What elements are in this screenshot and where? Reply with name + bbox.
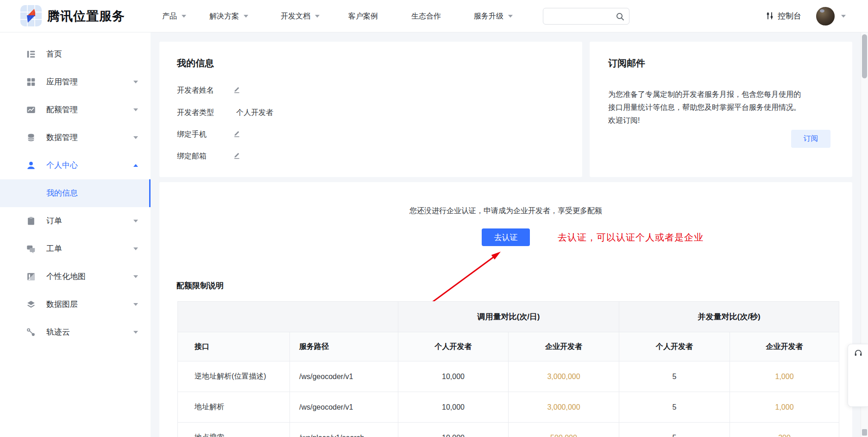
col-header-enterprise-dev: 企业开发者 <box>730 332 839 361</box>
sidebar-item-app-management[interactable]: 应用管理 <box>0 68 151 96</box>
route-icon <box>26 327 36 337</box>
user-avatar[interactable] <box>816 7 835 25</box>
personal-concurrency-cell: 5 <box>619 423 730 437</box>
col-header-personal-dev: 个人开发者 <box>398 332 509 361</box>
my-info-title: 我的信息 <box>177 57 214 70</box>
layers-icon <box>26 299 36 310</box>
certification-quota-card: 您还没进行企业认证，申请成为企业开发者，享受更多配额 去认证 去认证，可以认证个… <box>159 182 852 437</box>
clipboard-icon <box>26 216 36 226</box>
table-group-header-row: 调用量对比(次/日) 并发量对比(次/秒) <box>178 302 839 332</box>
api-name-cell: 地点搜索 <box>178 423 290 437</box>
col-header-path: 服务路径 <box>290 332 398 361</box>
enterprise-concurrency-cell: 1,000 <box>730 361 839 392</box>
subscribe-button[interactable]: 订阅 <box>791 130 830 148</box>
home-list-icon <box>26 49 36 59</box>
chevron-down-icon <box>133 331 138 334</box>
personal-concurrency-cell: 5 <box>619 392 730 423</box>
empty-group-cell <box>178 302 398 332</box>
headset-icon <box>854 348 863 358</box>
chevron-down-icon <box>133 247 138 250</box>
sidebar-item-custom-map[interactable]: 个性化地图 <box>0 263 151 291</box>
chevron-down-icon <box>133 220 138 222</box>
sidebar-item-tickets[interactable]: 工单 <box>0 235 151 263</box>
service-path-cell: /ws/geocoder/v1 <box>290 392 398 423</box>
subscribe-card: 订阅邮件 为您准备了专属定制的开发者服务月报，包含您每月使用的 接口用量统计等信… <box>590 42 852 177</box>
chat-bubbles-icon <box>26 244 36 254</box>
console-link[interactable]: 控制台 <box>765 0 801 32</box>
sidebar-item-orders[interactable]: 订单 <box>0 207 151 235</box>
search-icon[interactable] <box>616 12 625 21</box>
chevron-down-icon <box>315 15 320 18</box>
bound-phone-label: 绑定手机 <box>177 130 207 139</box>
brand-title: 腾讯位置服务 <box>47 0 125 32</box>
sidebar-item-home[interactable]: 首页 <box>0 40 151 68</box>
nav-docs[interactable]: 开发文档 <box>281 0 310 32</box>
chevron-down-icon[interactable] <box>841 15 846 18</box>
personal-quota-cell: 10,000 <box>398 392 509 423</box>
nav-products[interactable]: 产品 <box>162 0 177 32</box>
enterprise-quota-cell: 3,000,000 <box>509 392 619 423</box>
certification-notice: 您还没进行企业认证，申请成为企业开发者，享受更多配额 <box>159 206 852 216</box>
quota-table: 调用量对比(次/日) 并发量对比(次/秒) 接口 服务路径 个人开发者 企业开发… <box>177 301 839 437</box>
sidebar-item-data-management[interactable]: 数据管理 <box>0 124 151 152</box>
enterprise-quota-cell: 500,000 <box>509 423 619 437</box>
grid-icon <box>26 77 36 87</box>
edit-pencil-icon[interactable] <box>233 151 241 159</box>
service-path-cell: /ws/place/v1/search <box>290 423 398 437</box>
brand-logo-icon <box>20 5 42 26</box>
top-navigation-bar: 腾讯位置服务 产品 解决方案 开发文档 客户案例 生态合作 服务升级 控制台 <box>0 0 868 32</box>
sliders-icon <box>765 11 774 20</box>
personal-quota-cell: 10,000 <box>398 423 509 437</box>
table-row: 地点搜索 /ws/place/v1/search 10,000 500,000 … <box>178 423 839 437</box>
scrollbar-down-button[interactable] <box>862 429 867 436</box>
developer-type-label: 开发者类型 <box>177 108 214 118</box>
bound-email-label: 绑定邮箱 <box>177 152 207 161</box>
chevron-down-icon <box>133 275 138 278</box>
chevron-down-icon <box>133 303 138 306</box>
chevron-down-icon <box>133 81 138 83</box>
chart-image-icon <box>26 105 36 115</box>
chevron-up-icon <box>133 164 138 167</box>
enterprise-concurrency-cell: 200 <box>730 423 839 437</box>
calls-group-header: 调用量对比(次/日) <box>398 302 619 332</box>
col-header-api: 接口 <box>178 332 290 361</box>
nav-customer-cases[interactable]: 客户案例 <box>348 0 378 32</box>
subscribe-title: 订阅邮件 <box>608 57 645 70</box>
api-name-cell: 地址解析 <box>178 392 290 423</box>
sidebar-subitem-my-info[interactable]: 我的信息 <box>0 179 151 207</box>
enterprise-concurrency-cell: 1,000 <box>730 392 839 423</box>
nav-service-upgrade[interactable]: 服务升级 <box>474 0 503 32</box>
nav-ecosystem[interactable]: 生态合作 <box>411 0 441 32</box>
edit-pencil-icon[interactable] <box>233 129 241 138</box>
chevron-down-icon <box>508 15 513 18</box>
personal-concurrency-cell: 5 <box>619 361 730 392</box>
subscribe-text-line1: 为您准备了专属定制的开发者服务月报，包含您每月使用的 <box>608 88 835 101</box>
scrollbar-thumb[interactable] <box>862 34 867 78</box>
database-icon <box>26 133 36 143</box>
main-content: 我的信息 开发者姓名 开发者类型 个人开发者 绑定手机 绑定邮箱 订阅邮件 为您… <box>151 32 868 437</box>
edit-pencil-icon[interactable] <box>233 85 241 94</box>
chevron-down-icon <box>133 136 138 139</box>
go-certify-button[interactable]: 去认证 <box>482 228 530 246</box>
developer-name-label: 开发者姓名 <box>177 86 214 95</box>
col-header-personal-dev: 个人开发者 <box>619 332 730 361</box>
table-header-row: 接口 服务路径 个人开发者 企业开发者 个人开发者 企业开发者 <box>178 332 839 361</box>
sidebar-item-track-cloud[interactable]: 轨迹云 <box>0 318 151 346</box>
chevron-down-icon <box>133 108 138 111</box>
search-input[interactable] <box>548 9 615 24</box>
subscribe-text-line2: 接口用量统计等信息，帮助您及时掌握平台服务使用情况。 <box>608 101 835 114</box>
developer-type-value: 个人开发者 <box>236 108 273 118</box>
enterprise-quota-cell: 3,000,000 <box>509 361 619 392</box>
subscribe-text-line3: 欢迎订阅! <box>608 114 835 127</box>
person-icon <box>26 160 36 171</box>
concurrency-group-header: 并发量对比(次/秒) <box>619 302 839 332</box>
nav-solutions[interactable]: 解决方案 <box>209 0 239 32</box>
chevron-down-icon <box>182 15 186 18</box>
table-row: 地址解析 /ws/geocoder/v1 10,000 3,000,000 5 … <box>178 392 839 423</box>
sidebar-item-data-layers[interactable]: 数据图层 <box>0 291 151 318</box>
sidebar-item-personal-center[interactable]: 个人中心 <box>0 152 151 179</box>
contact-support-widget[interactable] <box>848 344 868 407</box>
console-label: 控制台 <box>778 12 801 20</box>
custom-map-icon <box>26 272 36 282</box>
sidebar-item-quota-management[interactable]: 配额管理 <box>0 96 151 124</box>
